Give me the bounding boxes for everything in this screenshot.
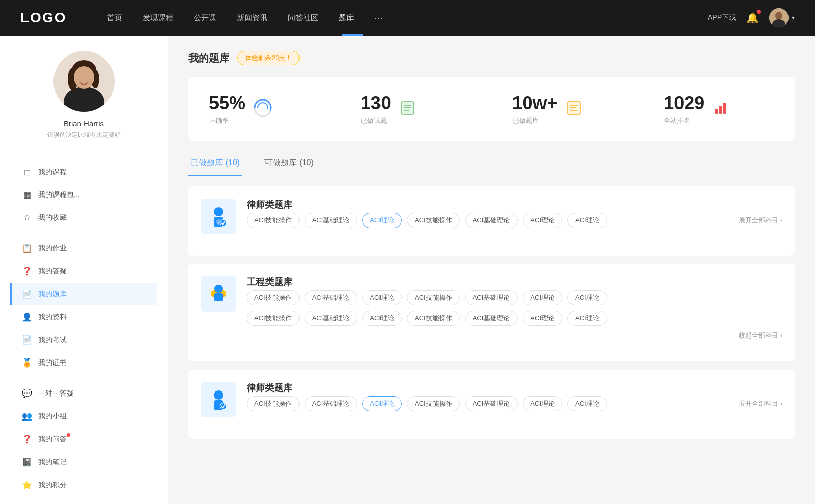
stats-bar: 55% 正确率 130 已做试题 — [188, 77, 795, 141]
tag-lawyer2-1[interactable]: ACI基础理论 — [305, 396, 358, 411]
tag-eng-r2-0[interactable]: ACI技能操作 — [247, 311, 300, 326]
tag-lawyer2-3[interactable]: ACI技能操作 — [407, 396, 460, 411]
tag-lawyer1-1[interactable]: ACI基础理论 — [305, 213, 358, 228]
tag-lawyer1-2[interactable]: ACI理论 — [362, 213, 402, 228]
tag-eng-r1-1[interactable]: ACI基础理论 — [305, 290, 358, 305]
tag-eng-r1-2[interactable]: ACI理论 — [362, 290, 402, 305]
sidebar-item-profile[interactable]: 👤 我的资料 — [10, 306, 157, 328]
sidebar-item-certificate[interactable]: 🏅 我的证书 — [10, 352, 157, 374]
avatar — [769, 8, 789, 27]
user-avatar-menu[interactable]: ▾ — [769, 8, 795, 27]
sidebar-item-course-pack[interactable]: ▦ 我的课程包... — [10, 184, 157, 206]
svg-point-1 — [775, 12, 782, 20]
stat-done-banks-number: 10w+ — [512, 93, 558, 114]
bank-card-engineer-tags-row2: ACI技能操作 ACI基础理论 ACI理论 ACI技能操作 ACI基础理论 AC… — [247, 311, 782, 326]
sidebar-label-question-bank: 我的题库 — [38, 290, 67, 299]
bank-card-lawyer-1-header: 律师类题库 ACI技能操作 ACI基础理论 ACI理论 ACI技能操作 ACI基… — [201, 199, 782, 234]
profile-icon: 👤 — [22, 312, 32, 322]
tag-lawyer2-5[interactable]: ACI理论 — [523, 396, 562, 411]
nav-active-indicator — [342, 34, 363, 36]
stat-accuracy-label: 正确率 — [209, 116, 246, 125]
nav-question-bank[interactable]: 题库 — [339, 13, 354, 23]
note-icon — [566, 100, 582, 118]
main-layout: Brian Harris 错误的决定比没有决定要好 ◻ 我的课程 ▦ 我的课程包… — [0, 36, 815, 504]
bar-chart-icon — [713, 100, 729, 118]
sidebar-item-exam[interactable]: 📄 我的考试 — [10, 329, 157, 351]
tag-eng-r2-1[interactable]: ACI基础理论 — [305, 311, 358, 326]
tag-eng-r1-4[interactable]: ACI基础理论 — [465, 290, 518, 305]
tag-eng-r2-2[interactable]: ACI理论 — [362, 311, 402, 326]
sidebar-item-points[interactable]: ⭐ 我的积分 — [10, 474, 157, 496]
tag-eng-r1-5[interactable]: ACI理论 — [523, 290, 562, 305]
points-icon: ⭐ — [22, 480, 32, 490]
lawyer-icon — [201, 199, 236, 234]
sidebar-item-group[interactable]: 👥 我的小组 — [10, 405, 157, 427]
accuracy-icon — [254, 99, 272, 119]
coursepack-icon: ▦ — [22, 190, 32, 200]
nav-home[interactable]: 首页 — [107, 13, 122, 23]
tag-eng-r2-3[interactable]: ACI技能操作 — [407, 311, 460, 326]
sidebar-item-homework[interactable]: 📋 我的作业 — [10, 237, 157, 259]
sidebar-item-favorites[interactable]: ☆ 我的收藏 — [10, 207, 157, 229]
app-download-button[interactable]: APP下载 — [708, 13, 736, 22]
bank-card-engineer-header: 工程类题库 ACI技能操作 ACI基础理论 ACI理论 ACI技能操作 ACI基… — [201, 276, 782, 340]
trial-badge: 体验剩余23天！ — [237, 51, 300, 65]
tab-available-banks[interactable]: 可做题库 (10) — [262, 153, 316, 176]
chat-icon: 💬 — [22, 388, 32, 398]
sidebar-item-one-on-one[interactable]: 💬 一对一答疑 — [10, 382, 157, 404]
bank-card-lawyer-1-tags: ACI技能操作 ACI基础理论 ACI理论 ACI技能操作 ACI基础理论 AC… — [247, 213, 782, 228]
tag-eng-r2-6[interactable]: ACI理论 — [567, 311, 607, 326]
nav-news[interactable]: 新闻资讯 — [237, 13, 267, 23]
homework-icon: 📋 — [22, 243, 32, 253]
stat-done-questions-content: 130 已做试题 — [361, 93, 391, 125]
stat-accuracy: 55% 正确率 — [188, 93, 340, 125]
tag-lawyer2-6[interactable]: ACI理论 — [567, 396, 607, 411]
tag-lawyer1-4[interactable]: ACI基础理论 — [465, 213, 518, 228]
bank-card-lawyer-2: 律师类题库 ACI技能操作 ACI基础理论 ACI理论 ACI技能操作 ACI基… — [188, 370, 795, 439]
tag-lawyer2-2[interactable]: ACI理论 — [362, 396, 402, 411]
expand-lawyer-2[interactable]: 展开全部科目 › — [739, 399, 782, 408]
tab-done-banks[interactable]: 已做题库 (10) — [188, 153, 242, 176]
lawyer-2-icon — [201, 382, 236, 417]
bank-icon: 📄 — [22, 289, 32, 299]
sidebar-item-notes[interactable]: 📓 我的笔记 — [10, 451, 157, 473]
tag-eng-r1-3[interactable]: ACI技能操作 — [407, 290, 460, 305]
tag-lawyer2-0[interactable]: ACI技能操作 — [247, 396, 300, 411]
tabs: 已做题库 (10) 可做题库 (10) — [188, 153, 795, 176]
sidebar-item-my-qa[interactable]: ❓ 我的问答 — [10, 428, 157, 450]
nav-more[interactable]: ··· — [374, 13, 382, 23]
sidebar-item-question-bank[interactable]: 📄 我的题库 — [10, 283, 157, 305]
sidebar-item-my-course[interactable]: ◻ 我的课程 — [10, 161, 157, 183]
sidebar-item-qa[interactable]: ❓ 我的答疑 — [10, 260, 157, 282]
expand-lawyer-1[interactable]: 展开全部科目 › — [739, 216, 782, 225]
profile-avatar — [53, 51, 115, 112]
svg-point-24 — [214, 207, 223, 216]
sidebar-label-exam: 我的考试 — [38, 335, 67, 345]
nav-qa[interactable]: 问答社区 — [288, 13, 318, 23]
sidebar: Brian Harris 错误的决定比没有决定要好 ◻ 我的课程 ▦ 我的课程包… — [0, 36, 168, 504]
qa-dot-badge — [67, 433, 70, 437]
sidebar-menu: ◻ 我的课程 ▦ 我的课程包... ☆ 我的收藏 📋 我的作业 ❓ 我的答疑 📄 — [0, 160, 168, 497]
tag-lawyer2-4[interactable]: ACI基础理论 — [465, 396, 518, 411]
tag-lawyer1-0[interactable]: ACI技能操作 — [247, 213, 300, 228]
collapse-engineer[interactable]: 收起全部科目 › — [739, 331, 782, 340]
tag-lawyer1-6[interactable]: ACI理论 — [567, 213, 607, 228]
notes-icon: 📓 — [22, 457, 32, 467]
bank-card-lawyer-2-info: 律师类题库 ACI技能操作 ACI基础理论 ACI理论 ACI技能操作 ACI基… — [247, 382, 782, 411]
nav-open-course[interactable]: 公开课 — [194, 13, 216, 23]
profile-motto: 错误的决定比没有决定要好 — [47, 131, 121, 139]
stat-done-banks-label: 已做题库 — [512, 116, 558, 125]
tag-lawyer1-3[interactable]: ACI技能操作 — [407, 213, 460, 228]
notification-bell[interactable]: 🔔 — [746, 12, 759, 24]
bank-card-lawyer-2-header: 律师类题库 ACI技能操作 ACI基础理论 ACI理论 ACI技能操作 ACI基… — [201, 382, 782, 417]
svg-rect-33 — [214, 293, 223, 301]
nav-discover[interactable]: 发现课程 — [143, 13, 173, 23]
tag-eng-r2-5[interactable]: ACI理论 — [523, 311, 562, 326]
stat-accuracy-content: 55% 正确率 — [209, 93, 246, 125]
bank-card-lawyer-2-title: 律师类题库 — [247, 382, 782, 394]
tag-eng-r1-0[interactable]: ACI技能操作 — [247, 290, 300, 305]
tag-eng-r1-6[interactable]: ACI理论 — [567, 290, 607, 305]
svg-rect-22 — [719, 106, 722, 114]
tag-lawyer1-5[interactable]: ACI理论 — [523, 213, 562, 228]
tag-eng-r2-4[interactable]: ACI基础理论 — [465, 311, 518, 326]
